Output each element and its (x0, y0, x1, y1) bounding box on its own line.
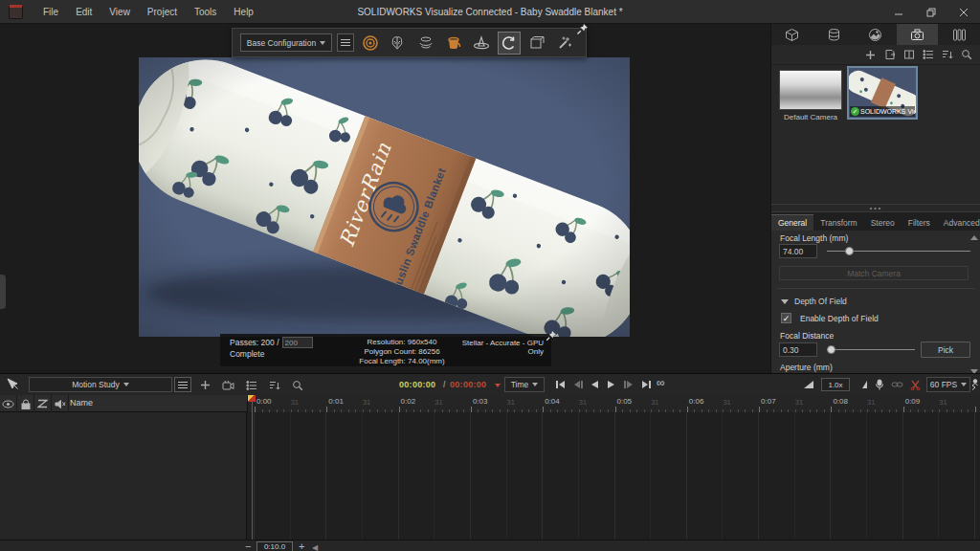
panel-splitter[interactable]: ••• (771, 204, 980, 212)
animation-wizard-icon[interactable] (220, 377, 236, 393)
step-forward-icon[interactable] (622, 377, 635, 392)
scroll-left-icon[interactable]: ◀ (312, 542, 318, 551)
configuration-menu-icon[interactable] (337, 33, 354, 52)
tab-filters[interactable]: Filters (902, 215, 937, 231)
camera-thumb-default[interactable] (779, 70, 842, 110)
character-pose-icon[interactable] (967, 377, 980, 392)
search-icon[interactable] (958, 47, 974, 63)
tab-transform[interactable]: Transform (813, 215, 863, 231)
render-mode-icon[interactable] (359, 32, 382, 55)
tab-environments[interactable] (855, 24, 897, 45)
minimize-icon[interactable] (882, 0, 915, 24)
denoiser-icon[interactable] (387, 32, 410, 55)
menu-view[interactable]: View (100, 0, 139, 24)
trim-icon[interactable] (908, 377, 922, 392)
record-audio-icon[interactable] (873, 377, 886, 392)
timeline-ruler[interactable]: 0:00310:01310:02310:03310:04310:05310:06… (247, 395, 980, 412)
list-view-icon[interactable] (920, 47, 936, 63)
tab-cameras[interactable] (897, 24, 939, 45)
layer-stack-icon[interactable] (414, 32, 437, 55)
menu-project[interactable]: Project (139, 0, 186, 24)
split-view-icon[interactable] (901, 47, 917, 63)
render-canvas[interactable]: RiverRain (0, 24, 770, 373)
timeline-tracks[interactable] (0, 412, 980, 540)
lock-icon[interactable] (17, 395, 34, 412)
ruler-sub-label: 31 (867, 398, 875, 407)
close-icon[interactable] (947, 0, 980, 24)
sort-icon[interactable] (266, 377, 282, 393)
menu-file[interactable]: File (34, 0, 67, 24)
focal-distance-input[interactable] (779, 342, 817, 357)
skip-end-icon[interactable] (639, 377, 653, 392)
restore-icon[interactable] (915, 0, 947, 24)
ruler-label: 0:03 (473, 397, 488, 406)
tab-appearances[interactable] (813, 24, 856, 45)
play-icon[interactable] (605, 377, 618, 392)
pin-icon[interactable] (546, 330, 557, 342)
passes-input[interactable] (282, 337, 313, 348)
motion-study-select[interactable]: Motion Study (29, 377, 172, 392)
tab-models[interactable] (771, 24, 813, 45)
playhead[interactable] (252, 395, 253, 540)
left-panel-handle[interactable] (0, 275, 6, 309)
viewport-render[interactable]: RiverRain (139, 57, 630, 337)
link-icon[interactable] (890, 377, 903, 392)
menu-tools[interactable]: Tools (186, 0, 225, 24)
ease-icon[interactable] (856, 377, 869, 392)
add-camera-icon[interactable] (862, 47, 879, 63)
main-area: RiverRain (0, 24, 980, 373)
camera-thumb-viewport[interactable]: ✓ SOLIDWORKS Viewport (847, 66, 918, 120)
fps-select[interactable]: 60 FPS (926, 377, 970, 392)
orbit-camera-icon[interactable] (470, 32, 493, 55)
step-back-icon[interactable] (570, 377, 584, 392)
paint-bucket-icon[interactable] (442, 32, 465, 55)
focal-length-input[interactable] (779, 244, 817, 258)
focal-length-slider[interactable] (827, 247, 970, 255)
skip-start-icon[interactable] (553, 377, 567, 392)
ruler-sub-label: 31 (579, 398, 587, 407)
tab-general[interactable]: General (771, 214, 813, 231)
search-icon[interactable] (289, 377, 305, 393)
app-icon (9, 5, 23, 19)
viewport-toolbar: Base Configuration (232, 28, 587, 57)
duration-input[interactable] (256, 541, 293, 551)
zoom-in-icon[interactable]: + (299, 540, 304, 551)
palette-tabs (771, 24, 980, 45)
loop-icon[interactable]: ∞ (657, 376, 665, 389)
focal-distance-slider[interactable] (827, 345, 915, 354)
ramp-icon[interactable] (802, 377, 815, 392)
motion-study-menu-icon[interactable] (174, 377, 191, 392)
visibility-eye-icon[interactable] (0, 395, 17, 412)
import-icon[interactable] (881, 47, 898, 63)
pin-icon[interactable] (576, 23, 589, 35)
match-camera-button[interactable]: Match Camera (779, 266, 969, 280)
ruler-label: 0:05 (617, 397, 633, 406)
zoom-out-icon[interactable]: − (245, 540, 251, 551)
playhead-marker-icon[interactable] (248, 395, 256, 402)
render-wand-icon[interactable] (553, 32, 576, 55)
add-keyframe-icon[interactable] (197, 377, 213, 393)
curves-icon[interactable] (34, 395, 52, 412)
play-reverse-icon[interactable] (588, 377, 601, 392)
timeline-panel: Motion Study 00:00:00 / 00:00:00 Time (0, 373, 980, 551)
list-view-icon[interactable] (243, 377, 259, 393)
timeline-tracks-grid[interactable] (247, 412, 980, 540)
configuration-select[interactable]: Base Configuration (240, 33, 332, 52)
time-total-caret-icon[interactable] (495, 384, 501, 387)
select-tool-icon[interactable] (6, 377, 19, 390)
snapshot-icon[interactable] (525, 32, 548, 55)
time-mode-select[interactable]: Time (504, 377, 545, 392)
scroll-up-icon[interactable] (970, 235, 978, 240)
dof-enable-checkbox[interactable]: ✓ (781, 313, 791, 323)
menu-help[interactable]: Help (225, 0, 262, 24)
tab-stereo[interactable]: Stereo (864, 215, 902, 231)
turntable-icon[interactable] (498, 32, 521, 55)
audio-mute-icon[interactable] (52, 395, 69, 412)
sort-icon[interactable] (939, 47, 955, 63)
menu-edit[interactable]: Edit (67, 0, 100, 24)
playback-speed-input[interactable] (821, 378, 850, 391)
tab-configurations[interactable] (938, 24, 980, 45)
pick-button[interactable]: Pick (921, 342, 970, 358)
dof-section-header[interactable]: Depth Of Field (781, 297, 847, 306)
tab-advanced[interactable]: Advanced (937, 215, 980, 231)
